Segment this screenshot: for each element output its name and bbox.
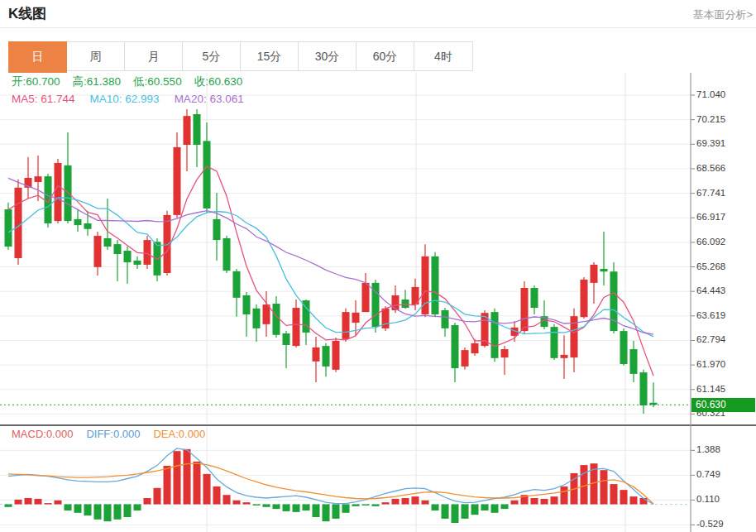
info-pair: 开:60.700 [12, 75, 60, 88]
kline-chart: 开:60.700高:61.380低:60.550收:60.630 MA5: 61… [0, 73, 756, 532]
kline-widget: K线图 基本面分析> 日周月5分15分30分60分4时 开:60.700高:61… [0, 0, 756, 532]
period-tabbar: 日周月5分15分30分60分4时 [8, 41, 473, 71]
y-axis-label: 61.970 [696, 359, 725, 369]
macd-info: MACD:0.000DIFF:0.000DEA:0.000 [12, 428, 218, 440]
y-axis-label: -0.529 [696, 519, 724, 529]
fundamental-analysis-link[interactable]: 基本面分析> [692, 7, 753, 22]
y-axis-label: 1.388 [696, 444, 720, 454]
tab-日[interactable]: 日 [8, 41, 67, 73]
tab-4时[interactable]: 4时 [414, 42, 472, 70]
y-axis-label: 66.917 [696, 212, 725, 222]
info-pair: DIFF:0.000 [86, 428, 140, 440]
ma-info: MA5: 61.744MA10: 62.993MA20: 63.061 [12, 93, 259, 105]
info-pair: MA10: 62.993 [90, 93, 160, 105]
tab-30分[interactable]: 30分 [299, 42, 356, 70]
tab-60分[interactable]: 60分 [356, 42, 414, 70]
y-axis-label: 62.794 [696, 334, 725, 344]
last-price-badge: 60.630 [691, 398, 755, 412]
info-pair: 高:61.380 [73, 75, 122, 88]
y-axis-label: 0.749 [696, 469, 720, 479]
tab-15分[interactable]: 15分 [241, 42, 299, 70]
info-pair: MA5: 61.744 [12, 93, 75, 105]
y-axis-label: 71.040 [696, 89, 725, 99]
y-axis-label: 66.092 [696, 237, 725, 247]
info-pair: MACD:0.000 [12, 428, 73, 440]
y-axis-label: 68.566 [696, 163, 725, 173]
y-axis-label: 61.145 [696, 384, 725, 394]
y-axis-label: 0.110 [696, 494, 720, 504]
info-pair: MA20: 63.061 [175, 93, 244, 105]
tab-月[interactable]: 月 [125, 42, 183, 70]
page-title: K线图 [8, 4, 46, 23]
tab-周[interactable]: 周 [67, 42, 125, 70]
y-axis-label: 67.741 [696, 188, 725, 198]
header-divider [0, 27, 756, 28]
y-axis-label: 69.391 [696, 138, 725, 148]
ohlc-info: 开:60.700高:61.380低:60.550收:60.630 [12, 74, 255, 89]
y-axis-label: 64.443 [696, 285, 725, 295]
tab-5分[interactable]: 5分 [183, 42, 241, 70]
info-pair: DEA:0.000 [153, 428, 205, 440]
chart-canvas[interactable] [0, 73, 756, 532]
info-pair: 收:60.630 [194, 75, 243, 88]
info-pair: 低:60.550 [133, 75, 182, 88]
y-axis-label: 70.215 [696, 114, 725, 124]
y-axis-label: 63.619 [696, 310, 725, 320]
y-axis-label: 65.268 [696, 261, 725, 271]
